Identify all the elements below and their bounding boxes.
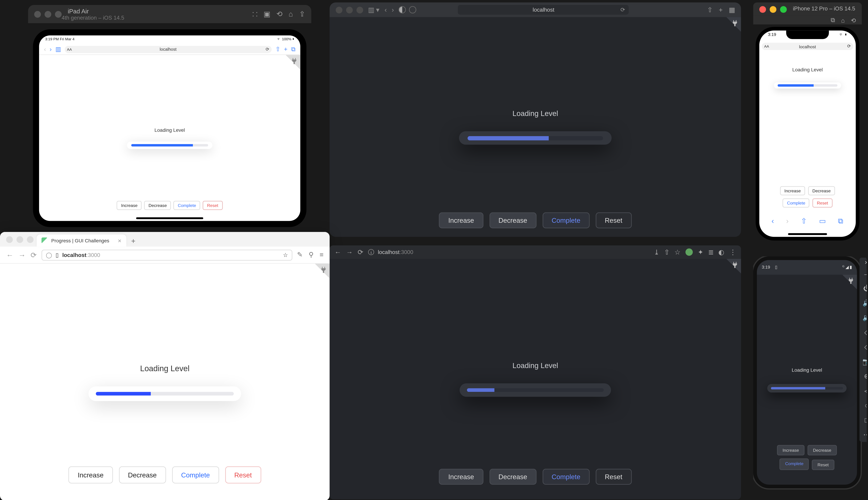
reload-icon[interactable]: ⟳: [266, 47, 269, 52]
appearance-toggles[interactable]: [399, 6, 416, 13]
forward-button[interactable]: ›: [786, 217, 789, 225]
window-traffic-lights[interactable]: [34, 11, 61, 18]
decrease-button[interactable]: Decrease: [119, 466, 166, 483]
light-mode-icon[interactable]: [399, 6, 406, 13]
iphone-url-bar[interactable]: AA localhost ⟳: [762, 43, 853, 50]
home-icon[interactable]: ⌂: [288, 10, 293, 18]
rotate-icon[interactable]: ⟲: [276, 10, 283, 18]
firefox-url-bar[interactable]: ◯ ▯ localhost:3000 ☆: [42, 249, 292, 260]
bookmarks-icon[interactable]: ▭: [819, 217, 826, 225]
zoom-icon[interactable]: ⊕: [862, 371, 867, 381]
back-button[interactable]: ‹: [385, 6, 387, 13]
simulator-titlebar[interactable]: iPad Air 4th generation – iOS 14.5 ⸬ ▣ ⟲…: [28, 5, 311, 23]
ipad-url-bar[interactable]: AA localhost ⟳: [65, 45, 272, 53]
reset-button[interactable]: Reset: [203, 201, 222, 210]
increase-button[interactable]: Increase: [117, 201, 142, 210]
rotate-icon[interactable]: ⟲: [851, 17, 856, 24]
complete-button[interactable]: Complete: [542, 469, 590, 485]
increase-button[interactable]: Increase: [439, 213, 483, 228]
extension-icon[interactable]: ✎: [297, 251, 302, 259]
reload-button[interactable]: ⟳: [31, 251, 37, 259]
lock-icon[interactable]: ▯: [56, 252, 59, 258]
complete-button[interactable]: Complete: [174, 201, 201, 210]
home-indicator[interactable]: [136, 217, 203, 219]
extensions-puzzle-icon[interactable]: ✦: [698, 248, 703, 256]
sidebar-button[interactable]: ▥: [55, 46, 61, 53]
tab-overview-icon[interactable]: ▦: [729, 6, 735, 14]
increase-button[interactable]: Increase: [439, 469, 483, 485]
back-icon[interactable]: ◁: [862, 386, 867, 396]
visbug-ribbon[interactable]: [836, 275, 857, 295]
reset-button[interactable]: Reset: [813, 198, 832, 208]
reload-icon[interactable]: ⟳: [620, 7, 625, 13]
share-icon[interactable]: ⇪: [299, 10, 305, 18]
visbug-ribbon[interactable]: [720, 259, 741, 280]
shield-icon[interactable]: ◯: [46, 252, 52, 258]
share-icon[interactable]: ⇧: [707, 6, 712, 14]
increase-button[interactable]: Increase: [69, 466, 113, 483]
volume-down-icon[interactable]: 🔉: [862, 312, 867, 322]
increase-button[interactable]: Increase: [780, 186, 805, 195]
chrome-url-bar[interactable]: i localhost:3000: [368, 249, 413, 255]
back-button[interactable]: ←: [334, 248, 341, 256]
bookmark-star-icon[interactable]: ☆: [283, 252, 288, 258]
text-size-icon[interactable]: AA: [67, 47, 72, 51]
menu-icon[interactable]: ⋮: [730, 248, 736, 256]
site-info-icon[interactable]: i: [368, 249, 374, 255]
screenshot-icon[interactable]: ⧉: [831, 16, 835, 24]
back-button[interactable]: ‹: [44, 46, 46, 53]
decrease-button[interactable]: Decrease: [489, 213, 536, 228]
screenshot-icon[interactable]: ▣: [264, 10, 270, 18]
complete-button[interactable]: Complete: [780, 458, 809, 470]
install-icon[interactable]: ⤓: [654, 248, 659, 256]
decrease-button[interactable]: Decrease: [808, 186, 835, 195]
camera-icon[interactable]: 📷: [862, 356, 867, 366]
simulator-titlebar[interactable]: iPhone 12 Pro – iOS 14.5: [753, 2, 862, 16]
overview-icon[interactable]: □: [862, 415, 867, 425]
complete-button[interactable]: Complete: [783, 198, 810, 208]
more-icon[interactable]: ⋯: [862, 430, 867, 440]
minimize-icon[interactable]: —: [864, 272, 867, 277]
close-icon[interactable]: ✕: [865, 260, 867, 266]
forward-button[interactable]: ›: [392, 6, 394, 13]
window-traffic-lights[interactable]: [336, 7, 363, 13]
share-icon[interactable]: ⇧: [275, 46, 280, 53]
reload-icon[interactable]: ⟳: [847, 44, 851, 49]
window-traffic-lights[interactable]: [6, 236, 34, 243]
share-icon[interactable]: ⇧: [664, 248, 670, 256]
home-icon[interactable]: ⌂: [841, 17, 845, 24]
visbug-ribbon[interactable]: [309, 264, 330, 285]
extension-icon[interactable]: [685, 248, 693, 256]
increase-button[interactable]: Increase: [777, 445, 804, 455]
tabs-icon[interactable]: ⧉: [838, 217, 844, 225]
reading-list-icon[interactable]: ≣: [708, 248, 714, 256]
share-icon[interactable]: ⇧: [801, 217, 807, 225]
window-traffic-lights[interactable]: [759, 6, 787, 12]
capture-icon[interactable]: ⸬: [253, 10, 258, 18]
browser-tab[interactable]: Progress | GUI Challenges ×: [37, 234, 126, 247]
bookmark-star-icon[interactable]: ☆: [674, 248, 681, 256]
decrease-button[interactable]: Decrease: [489, 469, 536, 485]
new-tab-icon[interactable]: +: [719, 6, 723, 14]
decrease-button[interactable]: Decrease: [808, 445, 837, 455]
complete-button[interactable]: Complete: [542, 213, 590, 228]
forward-button[interactable]: →: [346, 248, 353, 256]
visbug-ribbon[interactable]: [279, 55, 300, 76]
reset-button[interactable]: Reset: [812, 460, 834, 470]
rotate-left-icon[interactable]: ◇: [862, 327, 867, 337]
volume-up-icon[interactable]: 🔊: [862, 298, 867, 308]
new-tab-button[interactable]: +: [131, 237, 135, 247]
back-button[interactable]: ‹: [772, 217, 774, 225]
reset-button[interactable]: Reset: [596, 469, 631, 485]
new-tab-icon[interactable]: +: [284, 46, 287, 53]
menu-icon[interactable]: ≡: [320, 251, 323, 259]
home-indicator[interactable]: [788, 233, 827, 235]
complete-button[interactable]: Complete: [172, 466, 219, 483]
extension-icon[interactable]: ⚲: [309, 251, 313, 259]
text-size-icon[interactable]: AA: [764, 45, 769, 48]
safari-url-bar[interactable]: localhost ⟳: [458, 5, 629, 14]
forward-button[interactable]: ›: [50, 46, 52, 53]
back-button[interactable]: ←: [6, 251, 13, 259]
reload-button[interactable]: ⟳: [358, 248, 363, 256]
home-icon[interactable]: ○: [862, 400, 867, 410]
